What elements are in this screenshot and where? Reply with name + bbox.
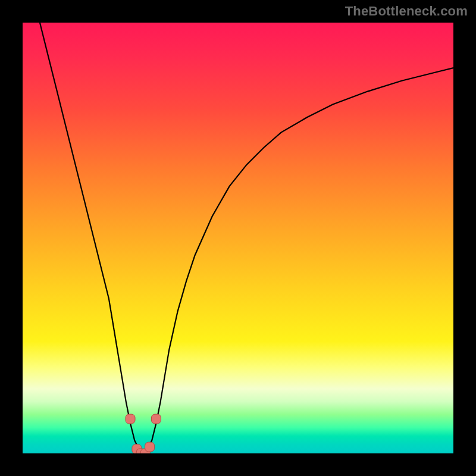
bottleneck-curve xyxy=(40,23,453,453)
marker-4 xyxy=(145,442,155,452)
marker-0 xyxy=(126,414,135,424)
chart-svg xyxy=(23,23,453,453)
chart-frame: TheBottleneck.com xyxy=(0,0,476,476)
marker-5 xyxy=(151,414,161,424)
watermark-text: TheBottleneck.com xyxy=(345,4,468,19)
plot-area xyxy=(23,23,453,453)
markers-group xyxy=(126,414,161,453)
